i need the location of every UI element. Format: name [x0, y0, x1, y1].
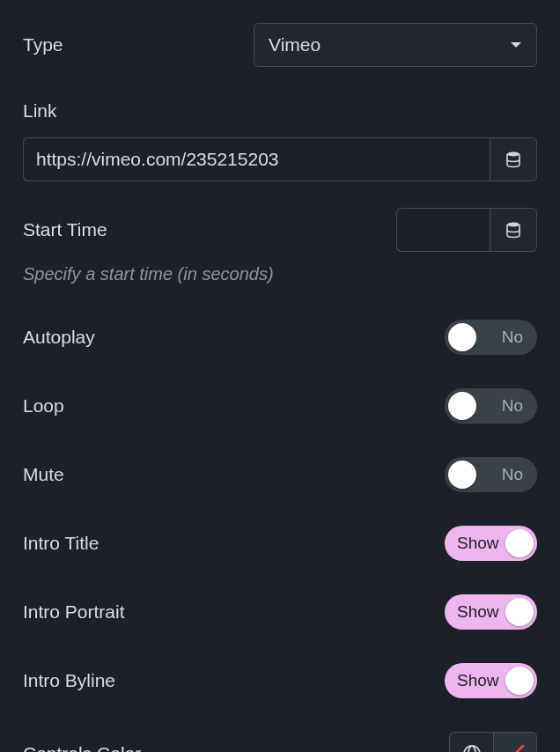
mute-toggle[interactable]: No	[445, 457, 537, 492]
svg-point-2	[464, 746, 480, 752]
toggle-state-text: Show	[457, 671, 499, 690]
link-input[interactable]	[23, 137, 490, 181]
controls-color-global-button[interactable]	[449, 732, 493, 752]
intro-title-label: Intro Title	[23, 533, 99, 554]
start-time-label: Start Time	[23, 219, 107, 240]
toggle-knob	[505, 529, 534, 557]
toggle-state-text: Show	[457, 602, 499, 622]
toggle-state-text: No	[502, 396, 523, 416]
controls-color-swatch[interactable]	[493, 732, 537, 752]
type-label: Type	[23, 34, 63, 55]
autoplay-label: Autoplay	[23, 327, 95, 348]
toggle-state-text: No	[502, 328, 523, 347]
svg-point-1	[507, 223, 519, 227]
intro-portrait-toggle[interactable]: Show	[445, 594, 537, 630]
toggle-state-text: No	[502, 465, 523, 484]
controls-color-label: Controls Color	[23, 743, 141, 752]
chevron-down-icon	[510, 41, 522, 49]
toggle-knob	[448, 461, 476, 489]
mute-label: Mute	[23, 464, 64, 485]
svg-line-5	[507, 746, 523, 752]
loop-label: Loop	[23, 395, 64, 417]
toggle-knob	[448, 323, 476, 351]
toggle-state-text: Show	[457, 534, 499, 553]
svg-point-3	[468, 746, 475, 752]
loop-toggle[interactable]: No	[445, 388, 537, 424]
intro-byline-toggle[interactable]: Show	[445, 663, 537, 698]
intro-portrait-label: Intro Portrait	[23, 601, 125, 623]
start-time-input[interactable]	[396, 208, 490, 252]
globe-icon	[462, 744, 482, 752]
link-label: Link	[23, 100, 57, 122]
start-time-dynamic-button[interactable]	[490, 208, 537, 252]
toggle-knob	[505, 667, 534, 695]
intro-byline-label: Intro Byline	[23, 670, 115, 691]
database-icon	[505, 221, 522, 239]
intro-title-toggle[interactable]: Show	[445, 526, 537, 561]
no-color-icon	[503, 741, 527, 752]
link-dynamic-button[interactable]	[490, 137, 537, 181]
type-select-value: Vimeo	[269, 34, 321, 55]
start-time-hint: Specify a start time (in seconds)	[23, 264, 537, 284]
autoplay-toggle[interactable]: No	[445, 320, 537, 355]
database-icon	[505, 151, 522, 168]
type-select[interactable]: Vimeo	[254, 23, 537, 67]
svg-point-0	[507, 152, 519, 157]
toggle-knob	[505, 598, 534, 626]
toggle-knob	[448, 392, 476, 420]
